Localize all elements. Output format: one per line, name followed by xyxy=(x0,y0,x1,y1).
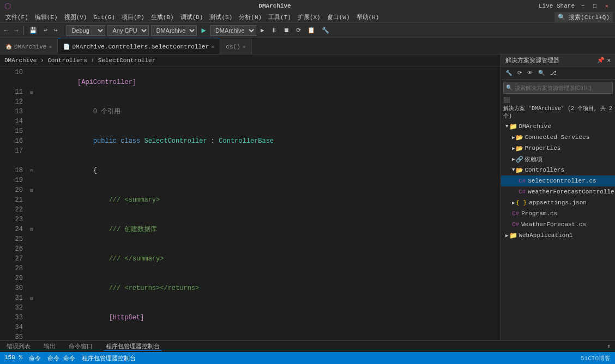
toolbar-btn-forward[interactable]: → xyxy=(13,26,21,35)
tree-webapplication1[interactable]: ▶ 📁 WebApplication1 xyxy=(501,230,615,241)
panel-btn-filter[interactable]: 🔍 xyxy=(536,69,547,77)
fold-18[interactable]: ⊟ xyxy=(27,166,36,175)
debug-config-select[interactable]: Debug Release xyxy=(67,25,105,36)
solution-label-main: 解决方案 'DMArchive' (2 个项目, 共 2 个) xyxy=(503,105,613,120)
fold-16 xyxy=(27,136,36,146)
panel-tab-command[interactable]: 命令窗口 xyxy=(67,342,95,350)
panel-tab-pkgmanager[interactable]: 程序包管理器控制台 xyxy=(104,342,162,351)
panel-btn-showall[interactable]: 👁 xyxy=(525,69,535,77)
toolbar-sep2 xyxy=(63,26,63,35)
panel-btn-refresh[interactable]: ⟳ xyxy=(515,69,524,77)
toolbar-btn-step[interactable]: ⟳ xyxy=(294,26,303,35)
cs-icon-program: C# xyxy=(512,210,519,217)
toolbar-btn-stop[interactable]: ⏹ xyxy=(281,26,292,35)
tree-program[interactable]: C# Program.cs xyxy=(501,208,615,219)
code-line-ref1: 0 个引用 xyxy=(38,97,501,126)
solution-search[interactable]: 🔍 xyxy=(503,82,613,94)
close-btn[interactable]: ✕ xyxy=(603,2,611,10)
tree-dmarchive[interactable]: ▼ 📁 DMArchive xyxy=(501,121,615,132)
cs-icon-weatherforecast: C# xyxy=(512,221,519,228)
toolbar-btn-redo[interactable]: ↪ xyxy=(52,26,60,35)
toolbar-sep1 xyxy=(23,26,24,35)
menu-analyze[interactable]: 分析(N) xyxy=(236,12,265,23)
solution-label-text: ⬛ xyxy=(503,97,510,104)
menu-help[interactable]: 帮助(H) xyxy=(353,12,383,23)
panel-tab-output[interactable]: 输出 xyxy=(41,342,58,350)
tree-appsettings[interactable]: ▶ { } appsettings.json xyxy=(501,197,615,208)
menu-project[interactable]: 项目(P) xyxy=(118,12,148,23)
menu-file[interactable]: 文件(F) xyxy=(2,12,32,23)
zoom-level: 158 % xyxy=(4,354,22,362)
play-button[interactable]: ▶ xyxy=(199,25,208,36)
start-project-select[interactable]: DMArchive xyxy=(210,25,256,36)
tab-close-home[interactable]: ✕ xyxy=(49,44,52,50)
fold-11[interactable]: ⊟ xyxy=(27,87,36,97)
menu-search[interactable]: 🔍 搜索(Ctrl+Q) xyxy=(554,12,613,23)
panel-toolbar: 🔧 ⟳ 👁 🔍 ⎇ xyxy=(501,66,615,80)
fold-34 xyxy=(27,323,36,332)
solution-explorer-header: 解决方案资源管理器 📌 ✕ xyxy=(501,54,615,66)
platform-select[interactable]: Any CPU xyxy=(107,25,149,36)
expand-webapp-icon: ▶ xyxy=(505,233,508,239)
live-share-btn[interactable]: Live Share xyxy=(539,3,575,9)
panel-btn-close[interactable]: ✕ xyxy=(607,57,611,64)
tree-label-props: Properties xyxy=(524,145,560,151)
menu-view[interactable]: 视图(V) xyxy=(61,12,91,23)
toolbar-btn-save[interactable]: 💾 xyxy=(27,26,39,35)
fold-20[interactable]: ⊟ xyxy=(27,185,36,195)
menu-debug[interactable]: 调试(D) xyxy=(177,12,207,23)
code-line-ref2: 0 个引用 xyxy=(38,332,501,340)
tab-close-selectcontroller[interactable]: ✕ xyxy=(211,44,214,50)
tab-close-cs[interactable]: ✕ xyxy=(243,44,246,50)
tree-controllers[interactable]: ▼ 📂 Controllers xyxy=(501,165,615,175)
menu-tools[interactable]: 工具(T) xyxy=(265,12,294,23)
tab-selectcontroller[interactable]: 📄 DMArchive.Controllers.SelectController… xyxy=(58,39,220,54)
bottom-panel-arrow[interactable]: ⬆ xyxy=(607,343,611,350)
toolbar-btn-undo[interactable]: ↩ xyxy=(41,26,50,35)
maximize-btn[interactable]: □ xyxy=(591,2,599,10)
fold-17 xyxy=(27,146,36,156)
code-line-17: [HttpGet] xyxy=(38,303,501,332)
fold-31[interactable]: ⊟ xyxy=(27,293,36,303)
minimize-btn[interactable]: − xyxy=(579,2,587,10)
code-lines[interactable]: [ApiController] 0 个引用 public class Selec… xyxy=(36,66,501,340)
tree-connected-services[interactable]: ▶ 📂 Connected Services xyxy=(501,132,615,143)
fold-24[interactable]: ⊟ xyxy=(27,225,36,234)
tree-weathercontroller[interactable]: C# WeatherForecastController.cs xyxy=(501,186,615,197)
status-bar-right: 51CTO博客 xyxy=(581,354,611,362)
code-line-16: /// <returns></returns> xyxy=(38,274,501,303)
menu-git[interactable]: Git(G) xyxy=(90,12,118,23)
menu-window[interactable]: 窗口(W) xyxy=(324,12,353,23)
menu-extensions[interactable]: 扩展(X) xyxy=(294,12,324,23)
panel-header-buttons: 📌 ✕ xyxy=(597,57,611,64)
toolbar-btn-back[interactable]: ← xyxy=(2,26,10,35)
tree-properties[interactable]: ▶ 📂 Properties xyxy=(501,143,615,154)
menu-test[interactable]: 测试(S) xyxy=(206,12,236,23)
panel-tab-errors[interactable]: 错误列表 xyxy=(4,342,33,350)
expand-appsettings-icon: ▶ xyxy=(512,200,515,206)
vs-logo: ⬡ xyxy=(4,2,11,11)
solution-explorer-title: 解决方案资源管理器 xyxy=(505,56,559,64)
toolbar-btn-pause[interactable]: ⏸ xyxy=(269,26,279,35)
menu-build[interactable]: 生成(B) xyxy=(148,12,177,23)
toolbar-btn-misc2[interactable]: 🔧 xyxy=(319,26,331,35)
tree-weatherforecast[interactable]: C# WeatherForecast.cs xyxy=(501,219,615,230)
tree-dependencies[interactable]: ▶ 🔗 依赖项 xyxy=(501,154,615,165)
tab-cs[interactable]: cs() ✕ xyxy=(220,39,251,54)
code-container[interactable]: 10 11 12 13 14 15 16 17 18 19 20 21 22 2… xyxy=(0,66,501,340)
toolbar-btn-debug-start[interactable]: ▶ xyxy=(258,26,267,35)
tree-label-controllers: Controllers xyxy=(524,167,564,173)
solution-search-input[interactable] xyxy=(515,85,596,91)
project-select[interactable]: DMArchive xyxy=(151,25,197,36)
menu-edit[interactable]: 编辑(E) xyxy=(32,12,61,23)
panel-btn-git[interactable]: ⎇ xyxy=(548,69,559,77)
tab-dmarchive[interactable]: 🏠 DMArchive ✕ xyxy=(0,39,58,54)
toolbar-btn-misc1[interactable]: 📋 xyxy=(305,26,317,35)
tree-selectcontroller[interactable]: C# SelectController.cs xyxy=(501,175,615,186)
code-line-13: /// <summary> xyxy=(38,185,501,215)
panel-btn-pin[interactable]: 📌 xyxy=(597,57,605,64)
fold-gutter: ⊟ ⊟ ⊟ ⊟ ⊟ xyxy=(27,66,36,340)
panel-btn-props[interactable]: 🔧 xyxy=(503,69,514,77)
fold-33 xyxy=(27,313,36,323)
status-info1: 命令 xyxy=(29,354,41,362)
